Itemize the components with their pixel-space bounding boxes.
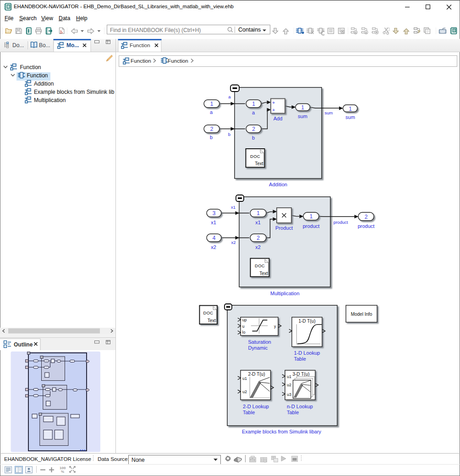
svg-text:3: 3 bbox=[213, 210, 216, 216]
svg-text:1-D T(u): 1-D T(u) bbox=[298, 319, 315, 324]
svg-text:Mo...: Mo... bbox=[66, 42, 79, 49]
svg-text:2-D T(u): 2-D T(u) bbox=[248, 372, 265, 377]
svg-text:b: b bbox=[228, 132, 230, 137]
svg-text:x2: x2 bbox=[211, 244, 216, 250]
svg-text:Example blocks from Simulink l: Example blocks from Simulink libary bbox=[242, 429, 321, 434]
svg-text:DOC: DOC bbox=[203, 310, 213, 315]
svg-text:A: A bbox=[365, 31, 367, 35]
svg-text:DOC: DOC bbox=[255, 263, 265, 268]
svg-text:a: a bbox=[252, 110, 255, 115]
svg-text:Function: Function bbox=[130, 42, 150, 48]
svg-text:B: B bbox=[354, 31, 356, 35]
svg-text:Bo...: Bo... bbox=[39, 42, 50, 49]
svg-text:Function: Function bbox=[20, 64, 41, 70]
svg-text:2-D Lookup: 2-D Lookup bbox=[243, 404, 269, 409]
svg-text:2: 2 bbox=[252, 126, 255, 132]
svg-text:x1: x1 bbox=[255, 220, 261, 225]
svg-text:1: 1 bbox=[349, 106, 352, 112]
svg-text:None: None bbox=[131, 457, 145, 463]
svg-text:u2: u2 bbox=[287, 383, 291, 387]
svg-text:Outline: Outline bbox=[14, 341, 33, 348]
svg-text:1: 1 bbox=[210, 101, 214, 107]
svg-text:product: product bbox=[303, 223, 320, 229]
svg-text:+: + bbox=[272, 107, 275, 113]
svg-text:product: product bbox=[334, 220, 348, 225]
svg-text:3-D T(u): 3-D T(u) bbox=[292, 372, 309, 377]
svg-text:sum: sum bbox=[345, 114, 355, 120]
svg-text:%: % bbox=[61, 470, 64, 474]
svg-text:Function: Function bbox=[168, 58, 188, 64]
svg-text:y: y bbox=[274, 324, 276, 329]
svg-text:Do...: Do... bbox=[12, 42, 24, 49]
svg-text:x2: x2 bbox=[231, 240, 235, 245]
svg-text:Function: Function bbox=[27, 72, 48, 79]
svg-text:Example blocks from Simulink l: Example blocks from Simulink lib bbox=[34, 89, 115, 95]
svg-text:Table: Table bbox=[243, 410, 255, 415]
svg-text:u2: u2 bbox=[242, 389, 247, 394]
svg-text:u1: u1 bbox=[287, 374, 291, 379]
svg-text:Product: Product bbox=[275, 225, 293, 231]
svg-text:EHANDBOOK_NAVIGATOR License: EHANDBOOK_NAVIGATOR License bbox=[4, 456, 91, 462]
svg-text:Multiplication: Multiplication bbox=[34, 97, 66, 103]
svg-text:u3: u3 bbox=[287, 392, 291, 397]
svg-text:Saturation: Saturation bbox=[248, 339, 271, 345]
svg-text:x1: x1 bbox=[231, 205, 235, 210]
svg-text:Table: Table bbox=[294, 356, 306, 362]
svg-text:1-D Lookup: 1-D Lookup bbox=[294, 350, 320, 356]
svg-text:Model Info: Model Info bbox=[351, 312, 372, 317]
svg-text:Dynamic: Dynamic bbox=[248, 345, 268, 351]
svg-text:2: 2 bbox=[257, 235, 260, 241]
svg-text:Multiplication: Multiplication bbox=[270, 291, 300, 296]
svg-text:2: 2 bbox=[365, 214, 368, 220]
svg-text:4: 4 bbox=[213, 235, 216, 241]
svg-text:b: b bbox=[210, 135, 213, 140]
svg-text:Text: Text bbox=[259, 271, 268, 276]
svg-text:x2: x2 bbox=[255, 244, 261, 250]
svg-text:Addition: Addition bbox=[34, 81, 54, 87]
svg-text:Table: Table bbox=[287, 410, 299, 415]
svg-text:1: 1 bbox=[310, 213, 313, 220]
svg-text:1: 1 bbox=[257, 210, 260, 216]
svg-text:Text: Text bbox=[255, 161, 263, 166]
svg-text:u1: u1 bbox=[242, 376, 247, 381]
svg-text:Function: Function bbox=[131, 58, 151, 64]
svg-text:+: + bbox=[272, 100, 275, 105]
svg-text:product: product bbox=[358, 223, 375, 229]
svg-text:b: b bbox=[252, 135, 255, 141]
svg-text:1: 1 bbox=[301, 104, 304, 111]
svg-text:a: a bbox=[210, 109, 213, 115]
svg-text:a: a bbox=[228, 94, 231, 99]
svg-text:n-D Lookup: n-D Lookup bbox=[287, 404, 313, 409]
svg-text:x1: x1 bbox=[211, 220, 216, 225]
svg-text:Data Source:: Data Source: bbox=[98, 456, 129, 462]
svg-text:DOC: DOC bbox=[250, 154, 260, 159]
svg-text:Text: Text bbox=[208, 318, 216, 323]
svg-text:2: 2 bbox=[210, 126, 214, 132]
svg-text:Add: Add bbox=[274, 116, 283, 121]
svg-text:u: u bbox=[242, 324, 245, 329]
svg-text:up: up bbox=[242, 318, 247, 322]
svg-text:sum: sum bbox=[325, 110, 333, 115]
svg-text:lo: lo bbox=[242, 330, 246, 335]
svg-text:1: 1 bbox=[252, 101, 255, 107]
svg-text:Addition: Addition bbox=[269, 182, 287, 187]
svg-text:sum: sum bbox=[298, 114, 307, 119]
